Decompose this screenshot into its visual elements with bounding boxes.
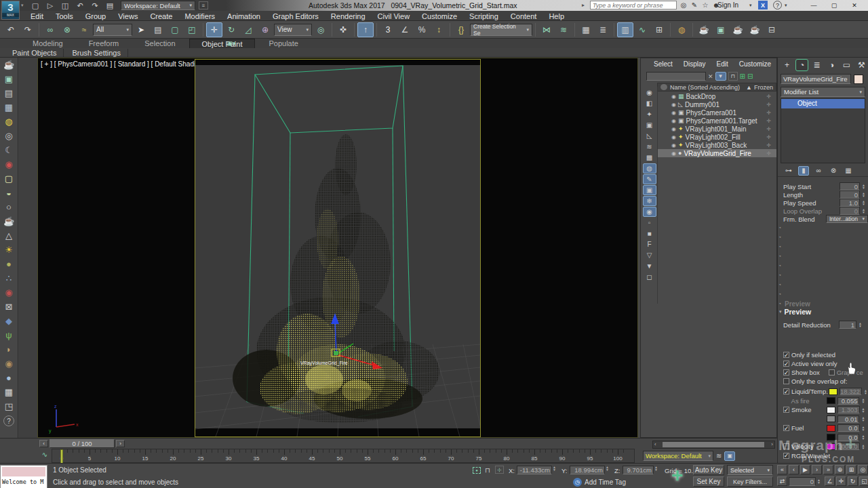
camera-mode-icon[interactable]: ▣ [643,185,656,195]
object-color-swatch[interactable] [854,75,863,84]
moon-night-icon[interactable]: ☾ [0,143,18,157]
auto-key-button[interactable]: Auto Key [693,465,724,475]
visibility-eye-icon[interactable]: ◉ [671,102,676,108]
toggle-scene-explorer-icon[interactable]: ▦ [578,22,594,37]
lock-explorer-icon[interactable]: ⊓ [728,72,738,81]
sun-light-icon[interactable]: ☀ [0,243,18,257]
close-button[interactable]: ✕ [844,0,865,10]
explorer-row-backdrop[interactable]: ◉▦BackDrop✛ [658,92,776,100]
frozen-toggle-icon[interactable]: ✛ [766,118,771,124]
channel-color-swatch[interactable] [827,397,835,404]
fov-tool-button[interactable]: ∠ [825,476,835,486]
menu-tools[interactable]: Tools [50,11,79,22]
ribbon-tab-selection[interactable]: Selection [132,39,187,48]
go-to-start-button[interactable]: « [777,465,787,474]
unlink-selection-icon[interactable]: ⊗ [59,22,75,37]
key-selection-dropdown[interactable]: Selected▾ [727,465,773,475]
absolute-mode-icon[interactable]: ⊹ [495,466,504,474]
motion-tab-icon[interactable]: ◑ [825,59,838,71]
ribbon-tab-freeform[interactable]: Freeform [77,39,132,48]
explorer-row-vraylight001-main[interactable]: ◉✦VRayLight001_Main✛ [658,125,776,133]
preview-rollout-header[interactable]: ▾ Preview [779,307,866,317]
visibility-eye-icon[interactable]: ◉ [671,94,676,100]
clear-search-icon[interactable]: ✕ [708,73,713,80]
channel-value-field[interactable]: 18.322 [840,388,862,395]
cone-primitive-icon[interactable]: △ [0,228,18,243]
menu-civil-view[interactable]: Civil View [372,11,416,22]
set-key-button[interactable]: Set Key [693,476,724,487]
checkbox[interactable] [783,443,789,449]
sphere-blue-icon[interactable]: ● [0,371,18,385]
menu-modifiers[interactable]: Modifiers [178,11,221,22]
dope-sheet-icon[interactable]: ⊞ [651,22,667,37]
param-spinner[interactable]: ▲▼ [862,184,868,189]
ribbon-subtab-brush-settings[interactable]: Brush Settings [65,49,128,57]
select-and-link-icon[interactable]: ∞ [42,22,58,37]
community-search-icon[interactable]: ✎ [690,1,698,9]
named-selection-set-field[interactable]: Create Selection Se▾ [470,24,532,36]
layers-stack-icon[interactable]: ≋ [716,452,722,460]
channel-spinner[interactable]: ▲▼ [861,398,867,403]
gold-rock-icon[interactable]: ◉ [0,357,18,371]
explorer-row-physcamera001[interactable]: ◉▣PhysCamera001✛ [658,108,776,117]
current-frame-marker[interactable] [60,449,63,464]
marker-pyramid-icon[interactable]: ⊠ [0,300,18,314]
plane-primitive-icon[interactable]: ▢ [0,171,18,186]
bind-to-space-warp-icon[interactable]: ≈ [76,22,92,37]
letter-f-icon[interactable]: F [643,239,656,249]
frozen-toggle-icon[interactable]: ✛ [766,150,771,157]
keyboard-shortcut-override-icon[interactable]: ↑ [357,22,374,37]
render-iterative-icon[interactable]: ☕ [747,22,763,37]
curve-editor-icon[interactable]: ∿ [634,22,650,37]
modifier-list-dropdown[interactable]: Modifier List▾ [781,87,865,97]
object-name-field[interactable]: VRayVolumeGrid_Fire [781,74,851,84]
channel-spinner[interactable]: ▲▼ [862,407,868,413]
open-in-viewport-icon[interactable]: ⊟ [764,22,780,37]
logo-caret[interactable]: ▾ [21,3,24,8]
checkbox[interactable] [783,378,789,384]
y-spinner[interactable]: ▲▼ [606,466,612,471]
grid-document-icon[interactable]: ▦ [0,385,18,399]
visibility-eye-icon[interactable]: ◉ [671,150,676,157]
filter-disabled-icon[interactable]: ▽ [643,250,656,260]
channel-value-field[interactable]: 0.0 [837,434,860,441]
box-display-icon[interactable]: ▫ [643,218,656,228]
dialog-window-icon[interactable]: ▤ [0,86,18,100]
modify-tab-icon[interactable]: ◔ [795,59,808,71]
select-mode-icon[interactable]: ◍ [643,163,656,174]
x-spinner[interactable]: ▲▼ [553,466,559,471]
isolate-selection-icon[interactable]: ● [473,467,481,474]
channel-spinner[interactable]: ▲▼ [861,434,867,440]
camera-speaker-icon[interactable]: ◎ [0,129,18,143]
container-box-icon[interactable]: ◳ [0,399,18,413]
detail-reduction-spinner[interactable]: ▲▼ [859,322,865,327]
viewport[interactable]: [ + ] [ PhysCamera001 ] [ Standard ] [ D… [37,58,638,438]
explorer-search-input[interactable] [646,72,706,81]
channel-value-field[interactable]: 0.01 [837,415,860,423]
explorer-row-physcamera001-target[interactable]: ◉▣PhysCamera001.Target✛ [658,117,776,125]
collapse-tree-icon[interactable]: ⊟ [747,73,753,80]
filter-lights-icon[interactable]: ✦ [643,109,656,119]
edit-mode-icon[interactable]: ✎ [643,174,656,184]
workspace-status-dropdown[interactable]: Workspace: Default▾ [643,451,713,461]
explorer-row-vrayvolumegrid-fire[interactable]: ◉●VRayVolumeGrid_Fire✛ [658,149,776,157]
save-file-icon[interactable]: ◫ [60,1,71,10]
param-field[interactable]: 0 [840,190,860,199]
explorer-menu-edit[interactable]: Edit [712,60,733,68]
advanced-search-icon[interactable]: ◎ [679,1,688,9]
select-and-place-icon[interactable]: ⊕ [257,22,273,37]
key-filters-button[interactable]: Key Filters... [727,476,773,487]
z-spinner[interactable]: ▲▼ [654,466,660,471]
snaps-toggle-3d-icon[interactable]: 3 [380,22,396,37]
workspace-dropdown[interactable]: Workspace: Default▾ [121,1,195,10]
search-input[interactable] [590,1,677,9]
explorer-row-vraylight003-back[interactable]: ◉✦VRayLight003_Back✛ [658,141,776,149]
solid-display-icon[interactable]: ■ [643,228,656,239]
time-slider[interactable]: 0 / 100 [50,439,115,448]
rendered-frame-window-icon[interactable]: ▣ [713,22,729,37]
preview-window-icon[interactable]: ▣ [0,72,18,86]
frozen-toggle-icon[interactable]: ✛ [766,110,771,116]
angle-snap-toggle-icon[interactable]: ∠ [397,22,413,37]
header-frozen-label[interactable]: Frozen [754,84,773,91]
align-icon[interactable]: ≋ [555,22,572,37]
